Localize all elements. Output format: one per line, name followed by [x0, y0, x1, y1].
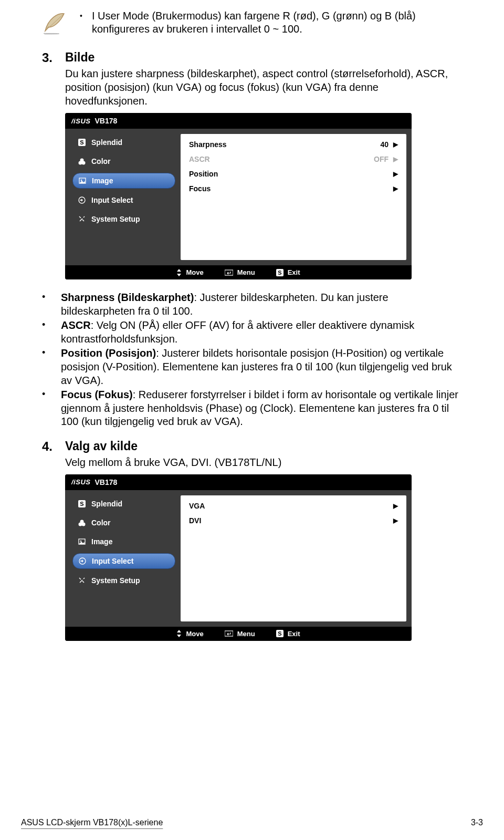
footer-left-text: ASUS LCD-skjerm VB178(x)L-seriene [21, 818, 163, 827]
s-box-icon: S [276, 269, 284, 276]
osd-setting-value: 40 [362, 140, 388, 149]
osd-header: /iSUS VB178 [65, 113, 412, 129]
osd-right-panel: Sharpness 40 ▶ ASCR OFF ▶ Position [181, 134, 406, 260]
osd-hint-label: Menu [237, 630, 255, 638]
osd-right-panel: VGA ▶ DVI ▶ [181, 495, 406, 621]
osd-left-menu: S Splendid Color Image [65, 129, 181, 265]
osd-item-splendid[interactable]: S Splendid [72, 496, 175, 511]
note-text: I User Mode (Brukermodus) kan fargene R … [92, 9, 462, 36]
osd-setting-ascr: ASCR OFF ▶ [189, 152, 398, 167]
osd-hint-move: Move [176, 630, 203, 638]
bullet-icon: • [42, 388, 49, 429]
chevron-right-icon: ▶ [388, 170, 398, 178]
image-icon [78, 177, 87, 185]
term: Sharpness (Bildeskarphet) [61, 292, 194, 303]
section-4-text: Velg mellom å bruke VGA, DVI. (VB178TL/N… [65, 455, 462, 469]
osd-header: /iSUS VB178 [65, 474, 412, 490]
osd-item-input-select[interactable]: Input Select [72, 193, 175, 208]
bullet-icon: • [42, 319, 49, 346]
section-3-text: Du kan justere sharpness (bildeskarphet)… [65, 67, 462, 108]
enter-icon [225, 630, 233, 637]
svg-text:S: S [278, 269, 281, 276]
section-3-number: 3. [42, 50, 56, 286]
chevron-right-icon: ▶ [388, 502, 398, 510]
osd-setting-label: Focus [189, 184, 362, 193]
osd-item-label: Image [91, 537, 112, 546]
updown-icon [176, 269, 182, 276]
chevron-right-icon: ▶ [388, 185, 398, 192]
osd-item-splendid[interactable]: S Splendid [72, 135, 175, 150]
footer-page-number: 3-3 [471, 818, 483, 827]
svg-text:S: S [80, 501, 83, 507]
osd-setting-focus[interactable]: Focus ▶ [189, 181, 398, 196]
osd-hint-label: Menu [237, 268, 255, 276]
osd-hint-menu: Menu [225, 630, 255, 638]
osd-item-image[interactable]: Image [72, 173, 175, 189]
enter-icon [225, 269, 233, 276]
osd-setting-position[interactable]: Position ▶ [189, 167, 398, 181]
updown-icon [176, 630, 182, 637]
osd-setting-sharpness[interactable]: Sharpness 40 ▶ [189, 137, 398, 152]
osd-item-color[interactable]: Color [72, 154, 175, 169]
term: Position (Posisjon) [61, 347, 156, 359]
osd-hint-exit: S Exit [276, 268, 300, 276]
osd-item-label: Splendid [91, 138, 122, 147]
chevron-right-icon: ▶ [388, 155, 398, 163]
osd-item-label: Splendid [91, 500, 122, 508]
osd-footer: Move Menu S Exit [65, 627, 412, 641]
svg-rect-8 [225, 270, 233, 275]
osd-item-color[interactable]: Color [72, 515, 175, 530]
osd-hint-exit: S Exit [276, 630, 300, 638]
osd-left-menu: S Splendid Color Image [65, 490, 181, 627]
osd-hint-label: Move [186, 268, 203, 276]
term: ASCR [61, 319, 91, 331]
section-4: 4. Valg av kilde Velg mellom å bruke VGA… [42, 439, 462, 647]
osd-item-label: Color [91, 157, 111, 165]
list-item: • Sharpness (Bildeskarphet): Justerer bi… [42, 291, 462, 318]
osd-item-label: Image [92, 177, 113, 185]
osd-setting-label: DVI [189, 516, 362, 525]
s-box-icon: S [276, 630, 284, 637]
osd-panel-input: /iSUS VB178 S Splendid Color [65, 474, 412, 641]
osd-hint-move: Move [176, 268, 203, 276]
osd-item-system-setup[interactable]: System Setup [72, 573, 175, 588]
svg-point-17 [80, 541, 82, 542]
osd-panel-image: /iSUS VB178 S Splendid Color [65, 113, 412, 279]
osd-setting-value: OFF [362, 155, 388, 163]
bullet-icon: • [42, 291, 49, 318]
list-item: • Focus (Fokus): Reduserer forstyrrelser… [42, 388, 462, 429]
page-footer: ASUS LCD-skjerm VB178(x)L-seriene 3-3 [21, 815, 483, 827]
osd-setting-vga[interactable]: VGA ▶ [189, 499, 398, 513]
bullet-icon: • [80, 12, 82, 21]
osd-setting-label: VGA [189, 502, 362, 510]
osd-item-label: Color [91, 518, 111, 527]
svg-point-6 [81, 180, 82, 181]
osd-setting-dvi[interactable]: DVI ▶ [189, 513, 398, 528]
osd-hint-menu: Menu [225, 268, 255, 276]
osd-item-label: Input Select [92, 557, 133, 565]
osd-item-input-select[interactable]: Input Select [72, 553, 175, 569]
term: Focus (Fokus) [61, 389, 133, 400]
list-item: • Position (Posisjon): Justerer bildets … [42, 347, 462, 387]
input-icon [78, 557, 87, 565]
osd-item-label: System Setup [91, 215, 140, 223]
osd-setting-label: Sharpness [189, 140, 362, 149]
section-4-title: Valg av kilde [65, 439, 462, 453]
s-box-icon: S [78, 138, 86, 147]
asus-logo: /iSUS [71, 117, 90, 125]
osd-hint-label: Move [186, 630, 203, 638]
palette-icon [78, 157, 86, 165]
osd-setting-label: Position [189, 170, 362, 178]
list-item: • ASCR: Velg ON (PÅ) eller OFF (AV) for … [42, 319, 462, 346]
input-icon [78, 196, 86, 204]
bullet-icon: • [42, 347, 49, 387]
osd-hint-label: Exit [288, 630, 300, 638]
osd-item-system-setup[interactable]: System Setup [72, 212, 175, 226]
section-4-number: 4. [42, 439, 56, 647]
section-3-title: Bilde [65, 50, 462, 65]
osd-item-image[interactable]: Image [72, 534, 175, 549]
description-list: • Sharpness (Bildeskarphet): Justerer bi… [42, 291, 462, 429]
osd-item-label: System Setup [91, 576, 140, 585]
feather-icon [42, 11, 67, 36]
svg-text:S: S [278, 630, 281, 637]
